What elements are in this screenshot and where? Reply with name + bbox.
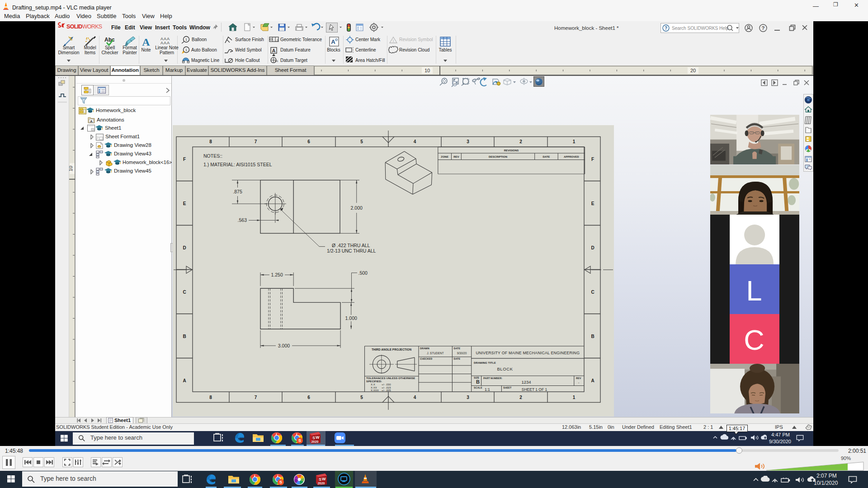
svg-text:CHECKED: CHECKED <box>420 357 432 360</box>
svg-text:A1: A1 <box>275 60 278 62</box>
svg-text:-: - <box>578 380 580 385</box>
svg-text:2: 2 <box>519 139 522 144</box>
svg-text:+/- .005: +/- .005 <box>382 389 391 392</box>
svg-text:D: D <box>183 245 186 250</box>
svg-text:1.) MATERIAL: AISI1015 STEEL: 1.) MATERIAL: AISI1015 STEEL <box>203 162 272 167</box>
svg-text:+/- .030: +/- .030 <box>382 383 391 386</box>
svg-text:.875: .875 <box>233 189 242 194</box>
svg-text:.563: .563 <box>238 217 247 223</box>
svg-text:E: E <box>183 201 186 206</box>
svg-text:F: F <box>591 157 594 162</box>
svg-text:PART NUMBER:: PART NUMBER: <box>483 377 502 380</box>
svg-text:5: 5 <box>360 395 363 400</box>
svg-text:E: E <box>591 201 594 206</box>
svg-text:1.000: 1.000 <box>345 315 357 321</box>
svg-text:3: 3 <box>467 139 469 144</box>
svg-text:APPROVED: APPROVED <box>564 155 579 158</box>
svg-text:SPECIFIED:: SPECIFIED: <box>366 380 382 383</box>
svg-text:3: 3 <box>467 395 469 400</box>
svg-text:DRAWN: DRAWN <box>420 347 429 350</box>
svg-text:3.000: 3.000 <box>278 343 290 348</box>
svg-text:2: 2 <box>519 395 522 400</box>
svg-text:+/- .015: +/- .015 <box>382 386 391 389</box>
svg-text:X.X: X.X <box>371 383 375 386</box>
svg-text:1: 1 <box>185 48 188 52</box>
svg-text:S: S <box>279 480 282 484</box>
svg-text:D: D <box>591 245 594 250</box>
svg-text:DATE: DATE <box>542 155 550 158</box>
svg-text:X.XXX: X.XXX <box>371 389 379 392</box>
svg-text:B: B <box>183 334 186 339</box>
svg-text:C: C <box>591 290 594 295</box>
svg-text:DATE: DATE <box>454 347 461 350</box>
svg-text:A: A <box>90 119 93 123</box>
svg-text:REV: REV <box>576 377 581 380</box>
svg-text:A: A <box>331 38 335 45</box>
svg-text:6: 6 <box>307 139 310 144</box>
svg-text:UNIVERSITY OF MAINE MECHANICAL: UNIVERSITY OF MAINE MECHANICAL ENGINEERI… <box>476 351 580 355</box>
svg-text:AAA: AAA <box>160 41 170 45</box>
svg-text:Ø .422 THRU ALL: Ø .422 THRU ALL <box>332 243 370 248</box>
svg-text:.1: .1 <box>276 38 278 42</box>
svg-text:1: 1 <box>392 39 395 43</box>
svg-text:7: 7 <box>255 395 257 400</box>
svg-text:10: 10 <box>69 166 73 171</box>
svg-text:DATE: DATE <box>454 357 461 360</box>
svg-text:NOTES::: NOTES:: <box>203 153 222 159</box>
svg-text:C: C <box>183 290 186 295</box>
svg-text:2020: 2020 <box>318 482 325 485</box>
svg-text:TOLERANCES UNLESS OTHERWISE: TOLERANCES UNLESS OTHERWISE <box>366 376 415 380</box>
svg-text:W: W <box>322 477 326 481</box>
svg-text:SHEET 1 OF 1: SHEET 1 OF 1 <box>522 387 547 392</box>
svg-text:DESCRIPTION: DESCRIPTION <box>489 155 507 158</box>
svg-text:20: 20 <box>690 68 696 73</box>
svg-text:B: B <box>591 334 594 339</box>
svg-text:B: B <box>476 379 480 385</box>
svg-text:1/2-13 UNC THRU ALL: 1/2-13 UNC THRU ALL <box>327 248 376 253</box>
svg-text:A: A <box>183 378 186 383</box>
svg-text:F: F <box>183 157 186 162</box>
svg-text:S: S <box>298 438 301 443</box>
svg-text:1: 1 <box>573 139 576 144</box>
svg-text:W: W <box>316 435 320 440</box>
svg-text:1:1: 1:1 <box>485 387 490 392</box>
svg-text:SHEET: SHEET <box>503 386 512 389</box>
svg-text:DRAWING TITLE: DRAWING TITLE <box>474 361 496 364</box>
svg-text:4: 4 <box>414 139 416 144</box>
svg-text:J. STUDENT: J. STUDENT <box>427 352 444 355</box>
svg-text:Abc: Abc <box>104 37 115 43</box>
svg-text:X.XX: X.XX <box>371 386 377 389</box>
svg-text:2020: 2020 <box>311 440 319 443</box>
svg-text:6: 6 <box>307 395 310 400</box>
svg-text:A: A <box>272 48 276 53</box>
svg-text:1234: 1234 <box>521 380 531 385</box>
svg-text:?: ? <box>665 26 667 31</box>
svg-text:4: 4 <box>414 395 416 400</box>
svg-text:1: 1 <box>573 395 576 400</box>
svg-text:9/30/20: 9/30/20 <box>457 352 467 355</box>
svg-text:1: 1 <box>185 38 188 42</box>
svg-text:SCALE: SCALE <box>474 386 482 389</box>
svg-text:2.000: 2.000 <box>351 205 363 211</box>
svg-text:7: 7 <box>255 139 257 144</box>
svg-text:REV: REV <box>453 155 459 158</box>
svg-text:5: 5 <box>360 139 363 144</box>
svg-text:.500: .500 <box>359 270 368 276</box>
svg-text:8: 8 <box>209 395 212 400</box>
svg-text:10: 10 <box>425 68 430 73</box>
svg-text:S: S <box>319 477 321 482</box>
svg-text:THIRD ANGLE PROJECTION: THIRD ANGLE PROJECTION <box>372 348 412 351</box>
svg-text:S: S <box>312 436 315 440</box>
svg-text:8: 8 <box>209 139 212 144</box>
svg-text:A: A <box>591 378 594 383</box>
svg-text:ZONE: ZONE <box>441 155 448 158</box>
svg-text:BLOCK: BLOCK <box>497 366 513 371</box>
svg-text:1.250: 1.250 <box>271 272 283 277</box>
svg-text:REVISIONS: REVISIONS <box>504 149 519 152</box>
svg-text:?: ? <box>761 25 764 31</box>
